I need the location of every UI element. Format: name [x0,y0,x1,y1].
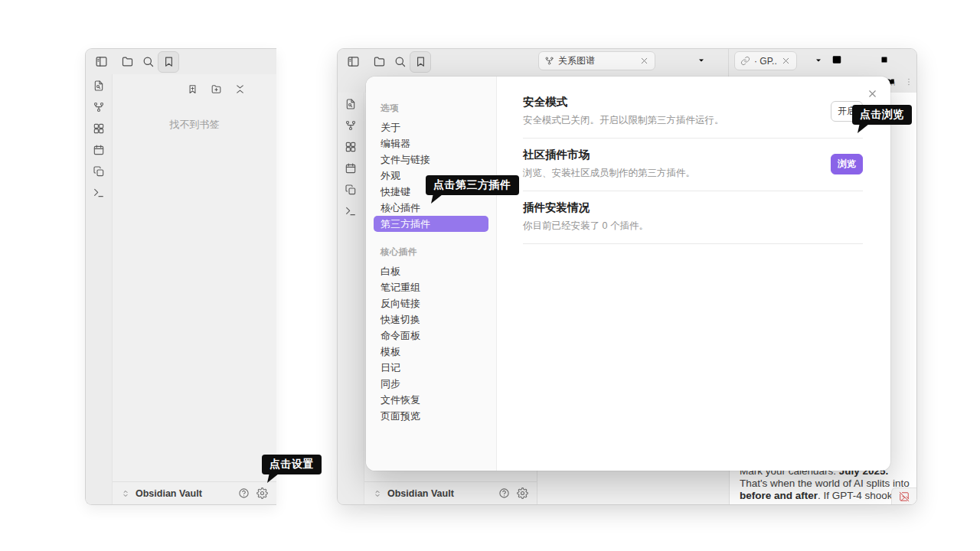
terminal-icon[interactable] [90,184,107,201]
bookmark-icon[interactable] [410,51,431,73]
settings-nav-item[interactable]: 文件与链接 [374,152,488,168]
settings-nav-item[interactable]: 第三方插件 [374,216,488,232]
settings-nav-item[interactable]: 同步 [374,376,488,392]
tab-graph-view[interactable]: 关系图谱 [538,51,655,70]
settings-nav-item[interactable]: 快速切换 [374,311,488,328]
search-icon[interactable] [138,52,158,72]
graph-icon[interactable] [90,99,107,116]
callout-click-third-party-plugins: 点击第三方插件 [426,175,519,195]
vault-switcher-icon[interactable] [120,488,131,499]
settings-nav-item[interactable]: 笔记重组 [374,279,488,295]
right-app-toolbar [338,49,431,74]
right-ribbon [338,93,364,504]
tab-label: 关系图谱 [558,54,635,67]
settings-nav-item[interactable]: 关于 [374,119,488,135]
setting-row: 插件安装情况你目前已经安装了 0 个插件。 [523,191,863,244]
folder-icon[interactable] [369,52,389,72]
obsidian-window-left: 找不到书签 Obsidian Vault [85,48,276,505]
settings-nav: 选项关于编辑器文件与链接外观快捷键核心插件第三方插件核心插件白板笔记重组反向链接… [366,77,497,471]
copy-icon[interactable] [342,181,359,198]
setting-desc: 安全模式已关闭。开启以限制第三方插件运行。 [523,114,724,127]
vault-name[interactable]: Obsidian Vault [387,488,454,499]
file-search-icon[interactable] [90,77,107,94]
tab-list-chevron-icon[interactable] [694,53,709,68]
setting-desc: 你目前已经安装了 0 个插件。 [523,220,648,233]
more-options-icon[interactable] [901,74,916,90]
file-search-icon[interactable] [342,96,359,112]
settings-gear-icon[interactable] [515,487,529,500]
calendar-icon[interactable] [342,160,359,177]
settings-nav-item[interactable]: 核心插件 [374,200,488,216]
left-bookmarks-pane: 找不到书签 Obsidian Vault [113,74,276,504]
close-window-icon[interactable] [901,52,916,67]
calendar-icon[interactable] [90,142,107,158]
folder-plus-icon[interactable] [207,80,224,97]
terminal-icon[interactable] [342,203,359,220]
close-tab-icon[interactable] [781,56,791,66]
settings-nav-item[interactable]: 模板 [374,344,488,360]
vault-switcher-icon[interactable] [372,488,383,499]
note-text: Mark your calendars: July 2025. That's w… [740,465,914,502]
settings-nav-item[interactable]: 反向链接 [374,295,488,311]
settings-nav-heading: 核心插件 [374,246,488,258]
panel-left-icon[interactable] [91,52,111,72]
bookmark-icon[interactable] [158,51,179,73]
settings-nav-item[interactable]: 命令面板 [374,328,488,344]
browse-community-plugins-button[interactable]: 浏览 [831,154,863,174]
collapse-icon[interactable] [231,80,248,97]
layout-grid-icon[interactable] [90,120,107,137]
settings-gear-icon[interactable] [255,487,269,500]
close-modal-icon[interactable] [865,86,879,100]
graph-icon[interactable] [342,117,359,134]
screen: 找不到书签 Obsidian Vault 关系图谱 [0,0,980,551]
left-ribbon [86,74,113,504]
tab-label: · GP... [754,56,777,67]
panel-left-icon[interactable] [343,52,363,72]
setting-title: 安全模式 [523,95,724,109]
help-icon[interactable] [497,487,511,500]
graph-icon [544,56,554,66]
setting-title: 插件安装情况 [523,201,648,215]
settings-nav-heading: 选项 [374,103,488,114]
toggle-right-sidebar-icon[interactable] [829,52,844,67]
tab-list-chevron-icon[interactable] [811,53,826,68]
setting-desc: 浏览、安装社区成员制作的第三方插件。 [523,167,695,180]
setting-row: 社区插件市场浏览、安装社区成员制作的第三方插件。浏览 [523,139,863,191]
layout-grid-icon[interactable] [342,139,359,155]
link-icon [740,56,750,66]
image-off-icon [899,491,910,502]
vault-bar: Obsidian Vault [113,481,276,504]
settings-nav-item[interactable]: 日记 [374,360,488,376]
setting-title: 社区插件市场 [523,148,695,162]
settings-content: 安全模式安全模式已关闭。开启以限制第三方插件运行。开启社区插件市场浏览、安装社区… [497,77,890,471]
setting-row: 安全模式安全模式已关闭。开启以限制第三方插件运行。开启 [523,86,863,139]
status-bar-item [891,487,916,504]
folder-icon[interactable] [117,52,137,72]
copy-icon[interactable] [90,163,107,180]
settings-nav-item[interactable]: 页面预览 [374,408,488,424]
new-tab-button[interactable] [659,53,675,68]
settings-modal: 选项关于编辑器文件与链接外观快捷键核心插件第三方插件核心插件白板笔记重组反向链接… [366,77,890,471]
settings-nav-item[interactable]: 白板 [374,263,488,279]
settings-nav-item[interactable]: 编辑器 [374,135,488,152]
vault-name[interactable]: Obsidian Vault [136,488,202,499]
minimize-window-icon[interactable] [852,52,867,67]
bookmarks-pane-toolbar [134,80,276,97]
new-tab-button[interactable] [791,53,806,68]
tab-gpt-note[interactable]: · GP... [734,51,797,70]
vault-bar: Obsidian Vault [364,481,537,504]
left-app-toolbar [86,49,276,74]
callout-click-browse: 点击浏览 [852,105,912,125]
close-tab-icon[interactable] [639,56,649,66]
maximize-window-icon[interactable] [877,52,892,67]
bookmark-plus-icon[interactable] [184,80,201,97]
callout-click-settings: 点击设置 [262,455,322,474]
search-icon[interactable] [390,52,410,72]
settings-nav-item[interactable]: 文件恢复 [374,392,488,408]
help-icon[interactable] [237,487,250,500]
bookmarks-empty-text: 找不到书签 [113,118,276,132]
